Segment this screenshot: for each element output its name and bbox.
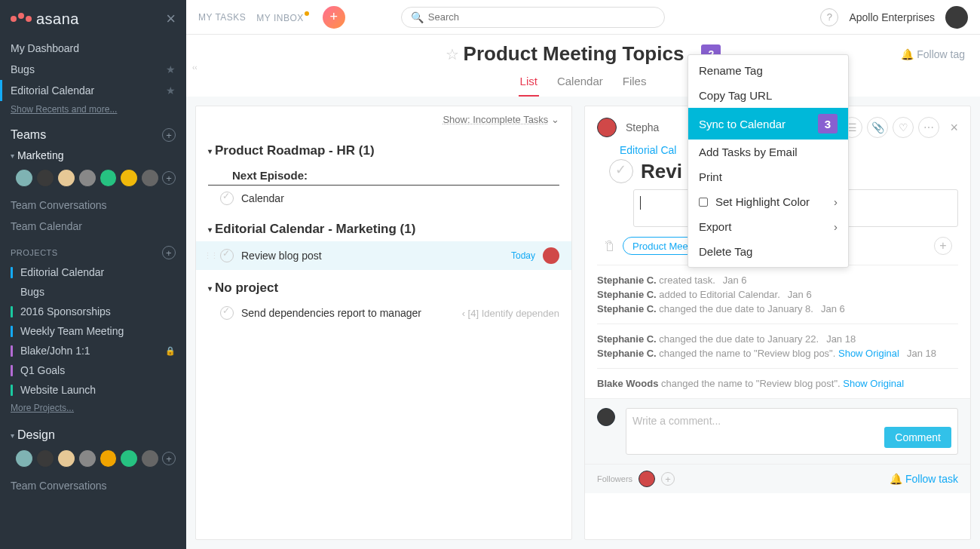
comment-button[interactable]: Comment — [884, 427, 951, 448]
comment-input[interactable]: Write a comment... Comment — [626, 408, 958, 455]
tab-calendar[interactable]: Calendar — [556, 72, 605, 97]
avatar[interactable] — [100, 169, 118, 187]
recent-bugs[interactable]: Bugs ★ — [0, 59, 186, 80]
avatar[interactable] — [57, 449, 75, 468]
section-no-project[interactable]: ▾No project — [196, 270, 571, 300]
quick-add-button[interactable]: + — [323, 6, 345, 29]
add-follower-button[interactable]: + — [661, 472, 675, 486]
add-member-button[interactable]: + — [162, 452, 176, 465]
section-roadmap[interactable]: ▾Product Roadmap - HR (1) — [196, 133, 571, 163]
avatar[interactable] — [141, 169, 159, 187]
collapse-icon: ▾ — [208, 284, 212, 293]
avatar[interactable] — [57, 169, 75, 187]
dd-highlight-color[interactable]: Set Highlight Color › — [688, 189, 848, 214]
follow-task-button[interactable]: 🔔 Follow task — [890, 473, 958, 485]
attachment-icon[interactable]: 📎 — [867, 117, 888, 138]
avatar[interactable] — [36, 169, 54, 187]
project-sponsorships[interactable]: 2016 Sponsorships — [0, 302, 186, 321]
my-dashboard-link[interactable]: My Dashboard — [0, 38, 186, 59]
project-q1-goals[interactable]: Q1 Goals — [0, 360, 186, 380]
projects-header: PROJECTS + — [0, 237, 186, 262]
search-box[interactable]: 🔍 — [401, 7, 665, 28]
team-design[interactable]: ▾ Design — [0, 425, 186, 445]
star-icon[interactable]: ★ — [166, 84, 176, 97]
task-dependencies[interactable]: Send dependencies report to manager ‹ [4… — [196, 300, 571, 326]
show-original-link[interactable]: Show Original — [838, 348, 899, 359]
dd-export[interactable]: Export › — [688, 214, 848, 239]
complete-checkbox[interactable] — [220, 249, 234, 262]
dd-add-by-email[interactable]: Add Tasks by Email — [688, 140, 848, 164]
followers-row: Followers + 🔔 Follow task — [585, 464, 970, 493]
my-tasks-link[interactable]: MY TASKS — [198, 12, 246, 23]
avatar[interactable] — [15, 449, 33, 468]
page-header: ‹‹ ☆ Product Meeting Topics ⌄ 2 🔔 Follow… — [186, 35, 980, 97]
complete-task-checkbox[interactable] — [609, 159, 633, 183]
avatar[interactable] — [120, 449, 138, 468]
show-original-link[interactable]: Show Original — [843, 378, 904, 389]
add-member-button[interactable]: + — [162, 171, 176, 185]
due-date: Today — [511, 250, 535, 261]
org-name[interactable]: Apollo Enterprises — [849, 11, 935, 23]
more-projects-link[interactable]: More Projects... — [0, 400, 186, 416]
task-calendar[interactable]: Calendar — [196, 186, 571, 211]
close-detail-icon[interactable]: × — [950, 120, 958, 136]
add-project-button[interactable]: + — [162, 246, 176, 259]
follower-avatar[interactable] — [639, 471, 655, 487]
project-website-launch[interactable]: Website Launch — [0, 380, 186, 400]
follow-tag-button[interactable]: 🔔 Follow tag — [901, 48, 965, 60]
avatar[interactable] — [141, 449, 159, 468]
avatar[interactable] — [78, 449, 96, 468]
inbox-notification-dot — [305, 11, 309, 16]
task-review-blog[interactable]: ⋮⋮ Review blog post Today — [196, 241, 571, 270]
project-blake-john[interactable]: Blake/John 1:1🔒 — [0, 341, 186, 360]
project-weekly-meeting[interactable]: Weekly Team Meeting — [0, 321, 186, 341]
star-icon[interactable]: ★ — [166, 63, 176, 75]
my-inbox-link[interactable]: MY INBOX — [256, 11, 308, 23]
complete-checkbox[interactable] — [220, 306, 234, 320]
recent-editorial[interactable]: Editorial Calendar ★ — [0, 80, 186, 101]
team-marketing[interactable]: ▾ Marketing — [0, 146, 186, 164]
section-editorial[interactable]: ▾Editorial Calendar - Marketing (1) — [196, 211, 571, 241]
assignee-avatar[interactable] — [543, 247, 559, 264]
search-input[interactable] — [428, 11, 655, 23]
avatar[interactable] — [78, 169, 96, 187]
close-sidebar-icon[interactable]: × — [166, 9, 176, 29]
dd-sync-calendar[interactable]: Sync to Calendar 3 — [688, 108, 848, 140]
more-actions-icon[interactable]: ⋯ — [918, 117, 939, 138]
color-square-icon — [699, 198, 708, 207]
help-button[interactable]: ? — [820, 8, 838, 26]
task-title[interactable]: Revi — [641, 160, 682, 183]
complete-checkbox[interactable] — [220, 192, 234, 205]
task-filter[interactable]: Show: Incomplete Tasks ⌄ — [196, 106, 571, 133]
assignee-name: Stepha — [626, 121, 659, 133]
dd-copy-url[interactable]: Copy Tag URL — [688, 83, 848, 108]
team-conversations[interactable]: Team Conversations — [0, 195, 186, 216]
avatar[interactable] — [15, 169, 33, 187]
chevron-right-icon: › — [834, 220, 838, 233]
dd-delete-tag[interactable]: Delete Tag — [688, 239, 848, 264]
avatar[interactable] — [120, 169, 138, 187]
team-calendar[interactable]: Team Calendar — [0, 216, 186, 237]
project-editorial-calendar[interactable]: Editorial Calendar — [0, 262, 186, 282]
assignee-avatar[interactable] — [597, 118, 617, 137]
tab-list[interactable]: List — [519, 72, 539, 97]
team-avatars: + — [0, 164, 186, 195]
add-tag-button[interactable]: + — [934, 237, 952, 255]
project-bugs[interactable]: Bugs — [0, 282, 186, 302]
subsection-next-episode[interactable]: Next Episode: — [208, 163, 559, 186]
avatar[interactable] — [36, 449, 54, 468]
dd-rename-tag[interactable]: Rename Tag — [688, 58, 848, 83]
show-recents-link[interactable]: Show Recents and more... — [0, 101, 186, 118]
like-icon[interactable]: ♡ — [893, 117, 914, 138]
tab-files[interactable]: Files — [621, 72, 648, 97]
favorite-star-icon[interactable]: ☆ — [446, 45, 459, 63]
dd-print[interactable]: Print — [688, 164, 848, 189]
add-team-button[interactable]: + — [162, 128, 176, 142]
user-avatar[interactable] — [945, 6, 968, 29]
search-icon: 🔍 — [411, 11, 424, 23]
comment-composer: Write a comment... Comment — [585, 398, 970, 464]
lock-icon: 🔒 — [165, 346, 176, 356]
drag-handle-icon[interactable]: ⋮⋮ — [204, 251, 213, 261]
avatar[interactable] — [100, 449, 118, 468]
team2-conversations[interactable]: Team Conversations — [0, 475, 186, 496]
